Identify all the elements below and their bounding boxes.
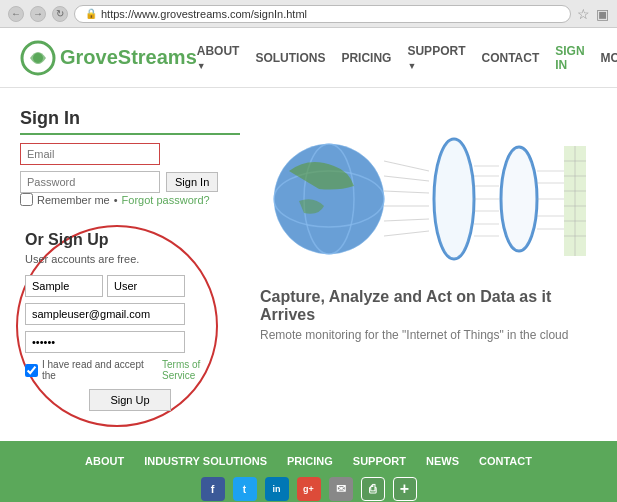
name-row xyxy=(25,275,235,297)
signup-email-row xyxy=(25,303,235,325)
email-row xyxy=(20,143,240,165)
logo-svg xyxy=(20,40,56,76)
remember-checkbox[interactable] xyxy=(20,193,33,206)
nav-about[interactable]: ABOUT ▼ xyxy=(197,44,240,72)
nav-contact[interactable]: CONTACT xyxy=(481,51,539,65)
facebook-icon[interactable]: f xyxy=(201,477,225,501)
footer-support[interactable]: SUPPORT xyxy=(353,455,406,467)
forgot-password-link[interactable]: Forgot password? xyxy=(122,194,210,206)
left-panel: Sign In Sign In Remember me • Forgot pas… xyxy=(20,108,240,421)
browser-icons: ☆ ▣ xyxy=(577,6,609,22)
signup-password-input[interactable] xyxy=(25,331,185,353)
logo[interactable]: GroveStreams xyxy=(20,40,197,76)
forward-button[interactable]: → xyxy=(30,6,46,22)
email-icon[interactable]: ✉ xyxy=(329,477,353,501)
browser-chrome: ← → ↻ 🔒 https://www.grovestreams.com/sig… xyxy=(0,0,617,28)
signin-button[interactable]: Sign In xyxy=(166,172,218,192)
rss-icon[interactable]: ▣ xyxy=(596,6,609,22)
hero-subtitle: Remote monitoring for the "Internet of T… xyxy=(260,328,597,342)
hero-image xyxy=(260,118,597,278)
star-icon[interactable]: ☆ xyxy=(577,6,590,22)
hero-graphic xyxy=(269,121,589,276)
footer-news[interactable]: NEWS xyxy=(426,455,459,467)
nav-solutions[interactable]: SOLUTIONS xyxy=(255,51,325,65)
terms-link[interactable]: Terms of Service xyxy=(162,359,235,381)
nav-pricing[interactable]: PRICING xyxy=(341,51,391,65)
sign-up-title: Or Sign Up xyxy=(25,231,235,249)
svg-point-23 xyxy=(501,147,537,251)
main-content: Sign In Sign In Remember me • Forgot pas… xyxy=(0,88,617,441)
url-text: https://www.grovestreams.com/signIn.html xyxy=(101,8,307,20)
logo-text: GroveStreams xyxy=(60,46,197,69)
linkedin-icon[interactable]: in xyxy=(265,477,289,501)
signup-password-row xyxy=(25,331,235,353)
hero-title: Capture, Analyze and Act on Data as it A… xyxy=(260,288,597,324)
nav-support[interactable]: SUPPORT ▼ xyxy=(407,44,465,72)
remember-label: Remember me xyxy=(37,194,110,206)
svg-point-1 xyxy=(33,53,43,63)
nav-mobile[interactable]: MOBILE xyxy=(601,51,617,65)
sign-up-subtitle: User accounts are free. xyxy=(25,253,235,265)
print-icon[interactable]: ⎙ xyxy=(361,477,385,501)
lock-icon: 🔒 xyxy=(85,8,97,19)
circle-area: Or Sign Up User accounts are free. I hav… xyxy=(20,226,240,421)
signup-button[interactable]: Sign Up xyxy=(89,389,170,411)
twitter-icon[interactable]: t xyxy=(233,477,257,501)
hero-text: Capture, Analyze and Act on Data as it A… xyxy=(260,288,597,342)
sign-up-section: Or Sign Up User accounts are free. I hav… xyxy=(20,226,240,421)
email-input[interactable] xyxy=(20,143,160,165)
svg-line-12 xyxy=(384,231,429,236)
site-header: GroveStreams ABOUT ▼ SOLUTIONS PRICING S… xyxy=(0,28,617,88)
last-name-input[interactable] xyxy=(107,275,185,297)
password-signin-row: Sign In xyxy=(20,171,240,193)
svg-line-9 xyxy=(384,191,429,193)
right-panel: Capture, Analyze and Act on Data as it A… xyxy=(260,108,597,421)
address-bar[interactable]: 🔒 https://www.grovestreams.com/signIn.ht… xyxy=(74,5,571,23)
reload-button[interactable]: ↻ xyxy=(52,6,68,22)
footer-icons: f t in g+ ✉ ⎙ + xyxy=(20,477,597,501)
svg-line-11 xyxy=(384,219,429,221)
first-name-input[interactable] xyxy=(25,275,103,297)
back-button[interactable]: ← xyxy=(8,6,24,22)
site-footer: ABOUT INDUSTRY SOLUTIONS PRICING SUPPORT… xyxy=(0,441,617,502)
terms-checkbox[interactable] xyxy=(25,364,38,377)
footer-pricing[interactable]: PRICING xyxy=(287,455,333,467)
footer-contact[interactable]: CONTACT xyxy=(479,455,532,467)
google-plus-icon[interactable]: g+ xyxy=(297,477,321,501)
main-nav: ABOUT ▼ SOLUTIONS PRICING SUPPORT ▼ CONT… xyxy=(197,44,617,72)
signup-email-input[interactable] xyxy=(25,303,185,325)
terms-row: I have read and accept the Terms of Serv… xyxy=(25,359,235,381)
svg-point-3 xyxy=(274,144,384,254)
plus-icon[interactable]: + xyxy=(393,477,417,501)
sign-in-title: Sign In xyxy=(20,108,240,135)
nav-signin[interactable]: SIGN IN xyxy=(555,44,584,72)
footer-nav: ABOUT INDUSTRY SOLUTIONS PRICING SUPPORT… xyxy=(20,455,597,467)
svg-line-7 xyxy=(384,161,429,171)
terms-text: I have read and accept the xyxy=(42,359,158,381)
footer-about[interactable]: ABOUT xyxy=(85,455,124,467)
password-input[interactable] xyxy=(20,171,160,193)
remember-row: Remember me • Forgot password? xyxy=(20,193,240,206)
svg-point-14 xyxy=(434,139,474,259)
footer-industry[interactable]: INDUSTRY SOLUTIONS xyxy=(144,455,267,467)
sign-in-section: Sign In Sign In Remember me • Forgot pas… xyxy=(20,108,240,206)
svg-line-8 xyxy=(384,176,429,181)
